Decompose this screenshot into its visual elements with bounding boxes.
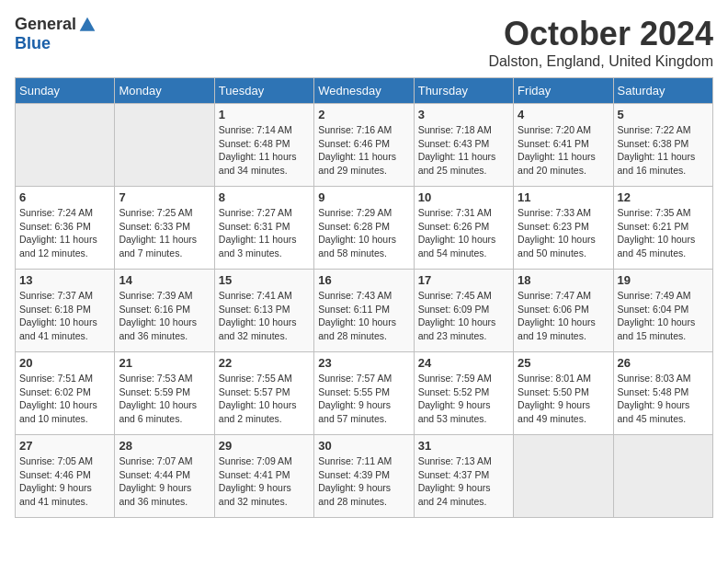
calendar-cell: 21Sunrise: 7:53 AM Sunset: 5:59 PM Dayli… bbox=[115, 352, 214, 435]
day-number: 9 bbox=[318, 190, 409, 204]
calendar-cell: 4Sunrise: 7:20 AM Sunset: 6:41 PM Daylig… bbox=[514, 104, 613, 187]
day-info: Sunrise: 7:07 AM Sunset: 4:44 PM Dayligh… bbox=[119, 454, 210, 509]
day-info: Sunrise: 7:22 AM Sunset: 6:38 PM Dayligh… bbox=[618, 123, 709, 178]
calendar-cell: 2Sunrise: 7:16 AM Sunset: 6:46 PM Daylig… bbox=[314, 104, 414, 187]
day-number: 15 bbox=[219, 273, 310, 287]
day-info: Sunrise: 7:16 AM Sunset: 6:46 PM Dayligh… bbox=[318, 123, 409, 178]
calendar-cell: 17Sunrise: 7:45 AM Sunset: 6:09 PM Dayli… bbox=[414, 270, 513, 352]
day-info: Sunrise: 7:55 AM Sunset: 5:57 PM Dayligh… bbox=[219, 372, 310, 426]
calendar-week-1: 1Sunrise: 7:14 AM Sunset: 6:48 PM Daylig… bbox=[16, 104, 713, 187]
day-number: 31 bbox=[418, 439, 509, 453]
calendar-cell: 13Sunrise: 7:37 AM Sunset: 6:18 PM Dayli… bbox=[16, 270, 115, 352]
day-info: Sunrise: 7:41 AM Sunset: 6:13 PM Dayligh… bbox=[219, 289, 310, 343]
day-number: 2 bbox=[318, 108, 409, 121]
calendar-cell: 30Sunrise: 7:11 AM Sunset: 4:39 PM Dayli… bbox=[314, 435, 414, 518]
day-number: 4 bbox=[518, 108, 609, 121]
day-number: 26 bbox=[618, 356, 709, 370]
day-number: 23 bbox=[318, 356, 409, 370]
day-info: Sunrise: 7:39 AM Sunset: 6:16 PM Dayligh… bbox=[119, 289, 210, 343]
calendar-cell: 10Sunrise: 7:31 AM Sunset: 6:26 PM Dayli… bbox=[414, 187, 513, 270]
day-info: Sunrise: 7:57 AM Sunset: 5:55 PM Dayligh… bbox=[318, 372, 409, 426]
svg-marker-0 bbox=[80, 17, 96, 30]
day-number: 10 bbox=[418, 190, 509, 204]
calendar-cell: 5Sunrise: 7:22 AM Sunset: 6:38 PM Daylig… bbox=[613, 104, 712, 187]
calendar-table: SundayMondayTuesdayWednesdayThursdayFrid… bbox=[15, 77, 713, 518]
calendar-cell: 3Sunrise: 7:18 AM Sunset: 6:43 PM Daylig… bbox=[414, 104, 513, 187]
day-number: 16 bbox=[318, 273, 409, 287]
column-header-thursday: Thursday bbox=[414, 78, 513, 104]
column-header-monday: Monday bbox=[115, 78, 214, 104]
day-number: 8 bbox=[219, 190, 310, 204]
calendar-cell: 20Sunrise: 7:51 AM Sunset: 6:02 PM Dayli… bbox=[16, 352, 115, 435]
column-header-saturday: Saturday bbox=[613, 78, 712, 104]
calendar-week-2: 6Sunrise: 7:24 AM Sunset: 6:36 PM Daylig… bbox=[16, 187, 713, 270]
day-info: Sunrise: 7:20 AM Sunset: 6:41 PM Dayligh… bbox=[518, 123, 609, 178]
day-info: Sunrise: 7:05 AM Sunset: 4:46 PM Dayligh… bbox=[19, 454, 110, 509]
calendar-cell: 26Sunrise: 8:03 AM Sunset: 5:48 PM Dayli… bbox=[613, 352, 712, 435]
day-number: 6 bbox=[19, 190, 110, 204]
day-info: Sunrise: 8:03 AM Sunset: 5:48 PM Dayligh… bbox=[618, 372, 709, 426]
calendar-cell: 9Sunrise: 7:29 AM Sunset: 6:28 PM Daylig… bbox=[314, 187, 414, 270]
calendar-cell: 28Sunrise: 7:07 AM Sunset: 4:44 PM Dayli… bbox=[115, 435, 214, 518]
calendar-cell bbox=[613, 435, 712, 518]
calendar-cell bbox=[115, 104, 214, 187]
calendar-cell: 8Sunrise: 7:27 AM Sunset: 6:31 PM Daylig… bbox=[214, 187, 313, 270]
day-number: 13 bbox=[19, 273, 110, 287]
day-number: 24 bbox=[418, 356, 509, 370]
day-number: 11 bbox=[518, 190, 609, 204]
day-info: Sunrise: 7:51 AM Sunset: 6:02 PM Dayligh… bbox=[19, 372, 110, 426]
day-info: Sunrise: 7:14 AM Sunset: 6:48 PM Dayligh… bbox=[219, 123, 310, 178]
day-number: 18 bbox=[518, 273, 609, 287]
calendar-cell: 31Sunrise: 7:13 AM Sunset: 4:37 PM Dayli… bbox=[414, 435, 513, 518]
location: Dalston, England, United Kingdom bbox=[488, 53, 713, 70]
day-number: 27 bbox=[19, 439, 110, 453]
day-info: Sunrise: 7:47 AM Sunset: 6:06 PM Dayligh… bbox=[518, 289, 609, 343]
logo-icon bbox=[78, 16, 97, 34]
day-number: 20 bbox=[19, 356, 110, 370]
day-info: Sunrise: 7:25 AM Sunset: 6:33 PM Dayligh… bbox=[119, 206, 210, 260]
day-info: Sunrise: 7:45 AM Sunset: 6:09 PM Dayligh… bbox=[418, 289, 509, 343]
day-info: Sunrise: 7:11 AM Sunset: 4:39 PM Dayligh… bbox=[318, 454, 409, 509]
day-info: Sunrise: 7:09 AM Sunset: 4:41 PM Dayligh… bbox=[219, 454, 310, 509]
calendar-cell: 27Sunrise: 7:05 AM Sunset: 4:46 PM Dayli… bbox=[16, 435, 115, 518]
column-header-tuesday: Tuesday bbox=[214, 78, 313, 104]
day-info: Sunrise: 7:13 AM Sunset: 4:37 PM Dayligh… bbox=[418, 454, 509, 509]
day-info: Sunrise: 7:59 AM Sunset: 5:52 PM Dayligh… bbox=[418, 372, 509, 426]
column-header-wednesday: Wednesday bbox=[314, 78, 414, 104]
calendar-cell: 22Sunrise: 7:55 AM Sunset: 5:57 PM Dayli… bbox=[214, 352, 313, 435]
calendar-cell: 24Sunrise: 7:59 AM Sunset: 5:52 PM Dayli… bbox=[414, 352, 513, 435]
calendar-cell: 1Sunrise: 7:14 AM Sunset: 6:48 PM Daylig… bbox=[214, 104, 313, 187]
day-info: Sunrise: 7:27 AM Sunset: 6:31 PM Dayligh… bbox=[219, 206, 310, 260]
day-number: 25 bbox=[518, 356, 609, 370]
day-number: 29 bbox=[219, 439, 310, 453]
calendar-cell: 29Sunrise: 7:09 AM Sunset: 4:41 PM Dayli… bbox=[214, 435, 313, 518]
calendar-cell: 25Sunrise: 8:01 AM Sunset: 5:50 PM Dayli… bbox=[514, 352, 613, 435]
day-number: 30 bbox=[318, 439, 409, 453]
day-info: Sunrise: 7:37 AM Sunset: 6:18 PM Dayligh… bbox=[19, 289, 110, 343]
day-info: Sunrise: 7:29 AM Sunset: 6:28 PM Dayligh… bbox=[318, 206, 409, 260]
day-number: 7 bbox=[119, 190, 210, 204]
day-info: Sunrise: 7:35 AM Sunset: 6:21 PM Dayligh… bbox=[618, 206, 709, 260]
day-number: 14 bbox=[119, 273, 210, 287]
calendar-week-3: 13Sunrise: 7:37 AM Sunset: 6:18 PM Dayli… bbox=[16, 270, 713, 352]
calendar-cell bbox=[514, 435, 613, 518]
calendar-cell: 11Sunrise: 7:33 AM Sunset: 6:23 PM Dayli… bbox=[514, 187, 613, 270]
title-block: October 2024 Dalston, England, United Ki… bbox=[488, 15, 713, 70]
day-number: 19 bbox=[618, 273, 709, 287]
day-number: 28 bbox=[119, 439, 210, 453]
calendar-cell: 12Sunrise: 7:35 AM Sunset: 6:21 PM Dayli… bbox=[613, 187, 712, 270]
day-number: 17 bbox=[418, 273, 509, 287]
day-number: 3 bbox=[418, 108, 509, 121]
day-number: 21 bbox=[119, 356, 210, 370]
day-info: Sunrise: 7:24 AM Sunset: 6:36 PM Dayligh… bbox=[19, 206, 110, 260]
calendar-cell: 7Sunrise: 7:25 AM Sunset: 6:33 PM Daylig… bbox=[115, 187, 214, 270]
column-header-sunday: Sunday bbox=[16, 78, 115, 104]
calendar-cell: 18Sunrise: 7:47 AM Sunset: 6:06 PM Dayli… bbox=[514, 270, 613, 352]
month-title: October 2024 bbox=[488, 15, 713, 53]
calendar-week-4: 20Sunrise: 7:51 AM Sunset: 6:02 PM Dayli… bbox=[16, 352, 713, 435]
day-info: Sunrise: 7:31 AM Sunset: 6:26 PM Dayligh… bbox=[418, 206, 509, 260]
logo-blue-text: Blue bbox=[15, 34, 51, 53]
calendar-cell: 16Sunrise: 7:43 AM Sunset: 6:11 PM Dayli… bbox=[314, 270, 414, 352]
calendar-cell: 14Sunrise: 7:39 AM Sunset: 6:16 PM Dayli… bbox=[115, 270, 214, 352]
column-header-friday: Friday bbox=[514, 78, 613, 104]
